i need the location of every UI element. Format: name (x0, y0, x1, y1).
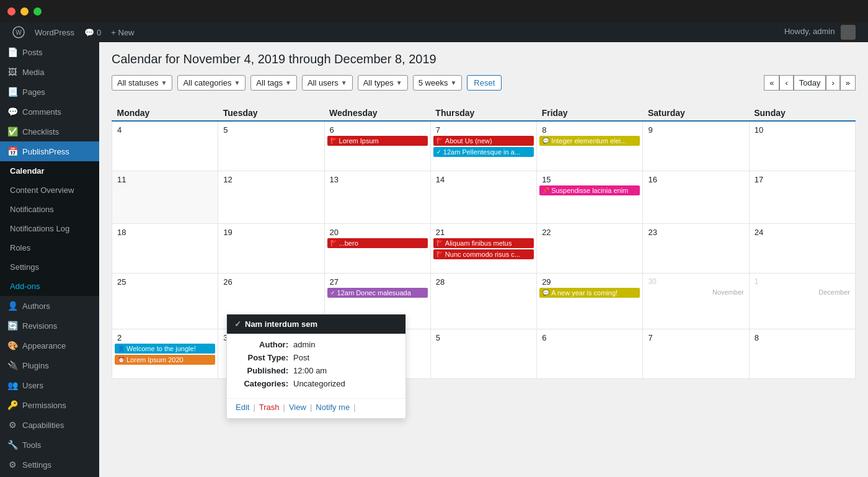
list-item[interactable]: 🚩 Aliquam finibus metus (433, 238, 534, 248)
table-row: 7 (643, 329, 749, 378)
list-item[interactable]: ⏰ Lorem Ipsum 2020 (115, 355, 215, 365)
date-number: 27 (327, 276, 428, 288)
popup-body: Author: admin Post Type: Post Published:… (227, 334, 405, 398)
submenu-notifications-log[interactable]: Notifications Log (0, 219, 99, 238)
table-row: 18 (112, 223, 218, 273)
flag-icon: 🚩 (436, 138, 443, 144)
sidebar-item-checklists[interactable]: ✅ Checklists (0, 122, 99, 141)
close-button[interactable] (7, 7, 16, 16)
list-item[interactable]: 🚩 Lorem Ipsum (327, 136, 428, 146)
list-item[interactable]: 👤 Welcome to the jungle! (115, 344, 215, 354)
popup-edit-link[interactable]: Edit (236, 403, 249, 412)
maximize-button[interactable] (33, 7, 42, 16)
wp-icon: W (12, 26, 25, 38)
table-row: 12 (218, 171, 324, 223)
nav-today-button[interactable]: Today (794, 75, 826, 91)
wp-logo-link[interactable]: W (7, 22, 30, 42)
date-number: 1 (752, 276, 852, 287)
table-row: 1 December (749, 273, 855, 329)
submenu-calendar[interactable]: Calendar (0, 161, 99, 181)
calendar-title: Calendar for November 4, 2019 through De… (112, 52, 856, 66)
calendar-week-2: 11 12 13 14 15 (112, 171, 856, 223)
sidebar-item-media[interactable]: 🖼 Media (0, 62, 99, 82)
sidebar-item-permissions[interactable]: 🔑 Permissions (0, 395, 99, 415)
nav-last-button[interactable]: » (840, 75, 856, 91)
list-item[interactable]: 🚩 Nunc commodo risus c... (433, 249, 534, 259)
filter-types[interactable]: All types ▼ (358, 75, 408, 91)
comments-link[interactable]: 💬 0 (79, 22, 106, 42)
sidebar-item-settings2[interactable]: ⚙ Settings (0, 455, 99, 475)
sidebar-label-users: Users (22, 381, 43, 390)
minimize-button[interactable] (20, 7, 29, 16)
date-number: 2 (115, 332, 215, 344)
filter-weeks[interactable]: 5 weeks ▼ (413, 75, 463, 91)
list-item[interactable]: 💬 A new year is coming! (539, 288, 640, 298)
sidebar-item-pages[interactable]: 📃 Pages (0, 82, 99, 102)
filter-categories[interactable]: All categories ▼ (177, 75, 246, 91)
nav-first-button[interactable]: « (764, 75, 779, 91)
sidebar-item-comments[interactable]: 💬 Comments (0, 102, 99, 122)
list-item[interactable]: 💬 Integer elementum elei... (539, 136, 640, 146)
nav-prev-button[interactable]: ‹ (779, 75, 793, 91)
calendar-label: Calendar (10, 166, 45, 176)
list-item[interactable]: ✓ 12am Donec malesuada (327, 288, 428, 298)
popup-published-value: 12:00 am (293, 366, 327, 375)
chevron-down-icon: ▼ (450, 79, 456, 86)
list-item[interactable]: ✓ 12am Pellentesque in a... (433, 147, 534, 157)
sidebar-label-media: Media (22, 68, 44, 77)
table-row: 8 💬 Integer elementum elei... (537, 121, 643, 171)
filter-users[interactable]: All users ▼ (302, 75, 353, 91)
event-popup: ✓ Nam interdum sem Author: admin Post Ty… (226, 314, 406, 419)
list-item[interactable]: 📌 Suspendisse lacinia enim (539, 185, 640, 195)
nav-next-button[interactable]: › (826, 75, 839, 91)
sidebar-item-capabilities[interactable]: ⚙ Capabilities (0, 415, 99, 435)
new-label: + New (111, 28, 134, 37)
col-header-monday: Monday (112, 103, 218, 121)
posts-icon: 📄 (7, 47, 17, 57)
table-row: 29 💬 A new year is coming! (537, 273, 643, 329)
popup-author-label: Author: (236, 340, 288, 349)
submenu-add-ons[interactable]: Add-ons (0, 277, 99, 296)
sidebar-item-publishpress[interactable]: 📅 PublishPress (0, 141, 99, 161)
sidebar-label-posts: Posts (22, 48, 43, 57)
site-name-link[interactable]: WordPress (30, 22, 79, 42)
date-number: 29 (539, 276, 640, 288)
popup-published-row: Published: 12:00 am (236, 366, 397, 375)
list-item[interactable]: 🚩 About Us (new) (433, 136, 534, 146)
date-number: 5 (433, 332, 534, 344)
popup-notify-link[interactable]: Notify me (316, 403, 350, 412)
sidebar-item-plugins[interactable]: 🔌 Plugins (0, 355, 99, 375)
table-row: 30 November (643, 273, 749, 329)
sidebar-item-users[interactable]: 👥 Users (0, 375, 99, 395)
new-item-link[interactable]: + New (106, 22, 139, 42)
sidebar-item-posts[interactable]: 📄 Posts (0, 42, 99, 62)
sidebar-label-publishpress: PublishPress (22, 147, 69, 156)
submenu-notifications[interactable]: Notifications (0, 200, 99, 219)
popup-categories-label: Categories: (236, 379, 288, 388)
reset-button[interactable]: Reset (467, 75, 502, 91)
sidebar-item-revisions[interactable]: 🔄 Revisions (0, 316, 99, 336)
list-item[interactable]: 🚩 ...bero (327, 238, 428, 248)
sidebar-item-tools[interactable]: 🔧 Tools (0, 435, 99, 455)
howdy-text: Howdy, admin (784, 25, 861, 40)
submenu-roles[interactable]: Roles (0, 238, 99, 257)
sidebar-item-appearance[interactable]: 🎨 Appearance (0, 336, 99, 355)
popup-posttype-label: Post Type: (236, 353, 288, 362)
date-number: 19 (221, 226, 321, 238)
sidebar-item-authors[interactable]: 👤 Authors (0, 296, 99, 316)
popup-title: Nam interdum sem (245, 319, 317, 329)
table-row: 8 (749, 329, 855, 378)
chevron-down-icon: ▼ (234, 79, 240, 86)
submenu-settings[interactable]: Settings (0, 257, 99, 277)
date-number: 20 (327, 226, 428, 238)
table-row: 5 (430, 329, 536, 378)
table-row: 6 (537, 329, 643, 378)
filter-statuses[interactable]: All statuses ▼ (112, 75, 172, 91)
popup-trash-link[interactable]: Trash (259, 403, 280, 412)
filter-tags[interactable]: All tags ▼ (250, 75, 297, 91)
date-number: 12 (221, 174, 321, 185)
col-header-thursday: Thursday (430, 103, 536, 121)
plugins-icon: 🔌 (7, 360, 17, 370)
submenu-content-overview[interactable]: Content Overview (0, 181, 99, 200)
popup-view-link[interactable]: View (289, 403, 306, 412)
